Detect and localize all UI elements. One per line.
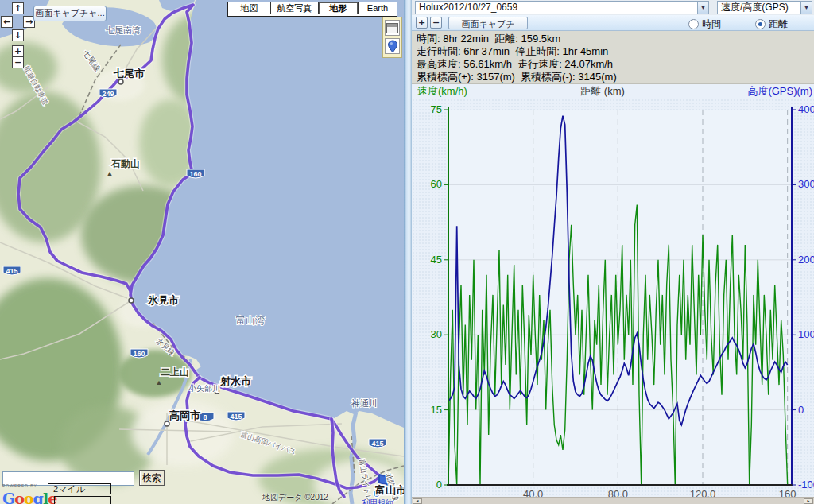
stat-elevation-gain: 累積標高(+): 3157(m) 累積標高(-): 3145(m)	[417, 71, 814, 83]
x-tick-label: 160	[779, 488, 797, 497]
map-type-earth-button[interactable]: Earth	[359, 2, 397, 14]
chart-axis-header: 速度(km/h) 距離 (km) 高度(GPS)(m)	[412, 84, 814, 99]
scroll-right-button[interactable]: ►	[804, 498, 813, 504]
map-label-city: 七尾市	[113, 68, 145, 79]
scroll-left-button[interactable]: ◄	[413, 498, 422, 504]
map-screen-capture-button[interactable]: 画面キャプチャ...	[33, 6, 107, 21]
map-scale: 2マイル	[48, 483, 111, 504]
right-tick-label: 300	[798, 178, 814, 190]
x-tick-label: 80.0	[608, 488, 628, 497]
pan-up-button[interactable]: ↑	[12, 2, 24, 14]
map-label-river: 小矢部川	[188, 384, 220, 393]
chart-zoom-in-button[interactable]: +	[416, 17, 428, 29]
map-label-city: 氷見市	[147, 294, 179, 306]
right-tick-label: 0	[798, 404, 804, 416]
pan-left-button[interactable]: ←	[1, 16, 13, 28]
chart-toolbar-row1: Holux2012/10/27_0659 ▼ 速度/高度(GPS) ▼	[412, 0, 814, 15]
chart-horizontal-scrollbar[interactable]: ◄ ►	[412, 497, 814, 504]
stat-time-distance: 時間: 8hr 22min 距離: 159.5km	[417, 33, 814, 45]
city-marker-icon	[165, 421, 169, 426]
y-axis-right-title: 高度(GPS)(m)	[747, 84, 812, 99]
gps-track-app: ▲▲ 2491604151608415415 七尾南湾七尾市七尾線能越自動車道石…	[0, 0, 814, 504]
chart-plot-zone: 01530456075-100010020030040040.080.0120.…	[412, 99, 814, 497]
right-tick-label: 200	[798, 254, 814, 266]
pan-down-button[interactable]: ↓	[12, 29, 24, 41]
map-label-city: 富山市	[374, 484, 404, 496]
map-label-sea: 七尾南湾	[105, 25, 141, 35]
marker-tool-button[interactable]	[385, 38, 400, 54]
city-marker-icon	[118, 79, 123, 84]
right-tick-label: 400	[798, 103, 814, 115]
map-label-terrain: 二上山	[161, 366, 189, 378]
track-statistics: 時間: 8hr 22min 距離: 159.5km 走行時間: 6hr 37mi…	[412, 31, 814, 84]
map-label-terrain: 石動山	[110, 158, 140, 169]
route-number-text: 160	[133, 350, 145, 358]
map-type-satellite-button[interactable]: 航空写真	[271, 2, 319, 14]
map-type-terrain-button[interactable]: 地形	[319, 2, 359, 14]
x-axis-title: 距離 (km)	[412, 84, 793, 99]
map-label-city: 射水市	[220, 375, 251, 387]
stat-moving-stopped: 走行時間: 6hr 37min 停止時間: 1hr 45min	[417, 45, 814, 58]
left-tick-label: 45	[431, 254, 442, 266]
radio-time-label: 時間	[702, 17, 721, 31]
chart-zoom-out-button[interactable]: −	[430, 17, 442, 29]
track-select[interactable]: Holux2012/10/27_0659 ▼	[415, 1, 709, 14]
chart-screen-capture-button[interactable]: 画面キャプチャ...	[448, 17, 528, 29]
zoom-out-button[interactable]: −	[12, 56, 24, 68]
right-tick-label: -100	[798, 479, 814, 490]
left-tick-label: 30	[431, 328, 442, 340]
map-pin-icon	[387, 40, 398, 53]
map-side-palette	[382, 17, 402, 58]
radio-distance-circle-icon[interactable]	[755, 19, 766, 29]
map-label-river: 神通川	[351, 398, 378, 408]
route-number-text: 415	[371, 440, 383, 448]
overview-map-button[interactable]	[385, 20, 400, 36]
left-tick-label: 15	[431, 404, 442, 416]
radio-distance-label: 距離	[769, 17, 788, 31]
left-tick-label: 75	[431, 103, 442, 115]
chart-toolbar-row2: + − 画面キャプチャ... 時間 距離	[412, 15, 814, 31]
route-number-text: 249	[102, 90, 114, 98]
chart-panel: Holux2012/10/27_0659 ▼ 速度/高度(GPS) ▼ + − …	[412, 0, 814, 504]
mountain-peak-icon: ▲	[156, 378, 163, 386]
route-number-text: 8	[203, 413, 207, 421]
scale-km-bracket	[54, 496, 111, 504]
radio-time[interactable]: 時間	[688, 17, 721, 31]
x-tick-label: 40.0	[523, 488, 543, 497]
map-attribution: 地図データ ©2012	[262, 492, 328, 503]
route-number-text: 415	[230, 413, 242, 421]
mode-select[interactable]: 速度/高度(GPS) ▼	[717, 1, 812, 14]
radio-time-circle-icon[interactable]	[688, 19, 699, 29]
city-marker-icon	[129, 298, 134, 303]
speed-altitude-chart[interactable]: 01530456075-100010020030040040.080.0120.…	[412, 99, 814, 497]
right-tick-label: 100	[798, 328, 814, 340]
map-panel: ▲▲ 2491604151608415415 七尾南湾七尾市七尾線能越自動車道石…	[0, 0, 404, 504]
map-label-sea: 富山湾	[236, 315, 265, 326]
mode-select-value: 速度/高度(GPS)	[721, 2, 789, 13]
map-type-map-button[interactable]: 地図	[228, 2, 271, 14]
search-button[interactable]: 検索	[139, 470, 165, 486]
overview-map-icon	[386, 23, 398, 33]
route-number-text: 160	[189, 170, 201, 178]
zoom-in-button[interactable]: +	[12, 45, 24, 57]
left-tick-label: 60	[431, 178, 442, 190]
panel-splitter[interactable]	[404, 0, 412, 504]
map-label-city: 高岡市	[169, 409, 200, 421]
track-select-arrow-icon[interactable]: ▼	[697, 2, 708, 14]
stat-max-avg-speed: 最高速度: 56.61km/h 走行速度: 24.07km/h	[417, 58, 814, 71]
map-type-switcher: 地図 航空写真 地形 Earth	[227, 2, 397, 17]
map-canvas[interactable]: ▲▲ 2491604151608415415 七尾南湾七尾市七尾線能越自動車道石…	[0, 0, 404, 504]
scale-miles-label: 2マイル	[48, 483, 111, 494]
route-number-text: 415	[6, 267, 17, 275]
x-tick-label: 120.0	[690, 488, 716, 497]
radio-distance[interactable]: 距離	[755, 17, 788, 31]
mountain-peak-icon: ▲	[107, 169, 114, 177]
left-tick-label: 0	[436, 479, 442, 490]
mode-select-arrow-icon[interactable]: ▼	[800, 2, 812, 14]
track-select-value: Holux2012/10/27_0659	[419, 2, 517, 13]
terms-of-use-link[interactable]: 利用規約	[362, 498, 393, 504]
